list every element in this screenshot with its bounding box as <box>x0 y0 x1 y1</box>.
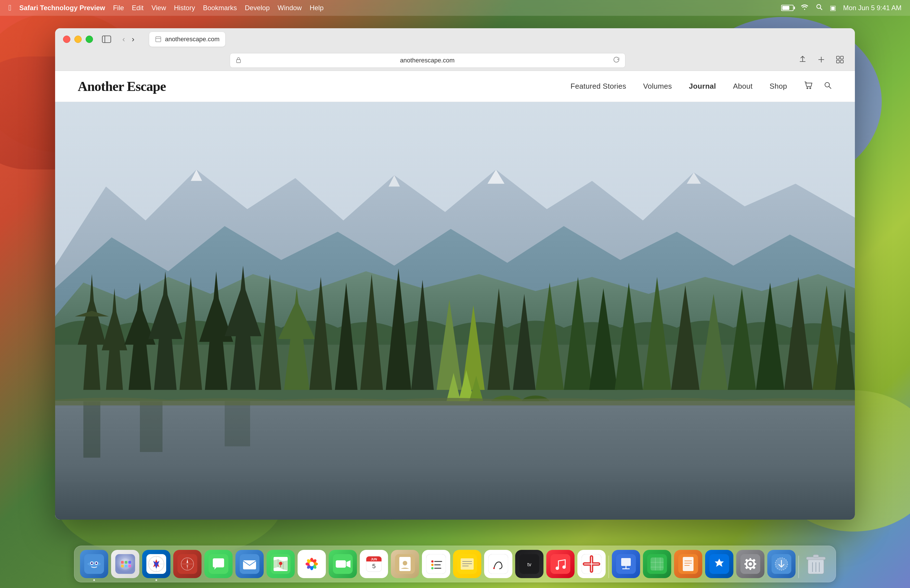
menubar-edit[interactable]: Edit <box>132 4 144 12</box>
svg-rect-165 <box>753 563 756 565</box>
browser-chrome: ‹ › anotherescape.com <box>55 28 855 71</box>
dock-freeform[interactable] <box>484 550 512 578</box>
svg-rect-164 <box>745 563 747 565</box>
svg-rect-2 <box>102 36 111 43</box>
svg-rect-162 <box>750 558 751 561</box>
back-button[interactable]: ‹ <box>120 34 127 45</box>
svg-rect-68 <box>225 401 250 446</box>
dock-system-preferences[interactable] <box>736 550 764 578</box>
nav-about[interactable]: About <box>733 82 753 90</box>
svg-point-140 <box>555 567 559 570</box>
active-tab[interactable]: anotherescape.com <box>149 32 225 47</box>
tab-container: anotherescape.com <box>144 32 847 47</box>
browser-toolbar: anotherescape.com <box>55 50 855 71</box>
tab-overview-button[interactable] <box>834 54 846 68</box>
menubar-file[interactable]: File <box>113 4 124 12</box>
nav-shop[interactable]: Shop <box>769 82 787 90</box>
menubar-help[interactable]: Help <box>310 4 324 12</box>
dock-reminders[interactable] <box>422 550 450 578</box>
sidebar-toggle-button[interactable] <box>100 32 113 46</box>
svg-rect-9 <box>837 56 839 59</box>
battery-fill <box>782 6 789 10</box>
svg-point-75 <box>120 558 131 570</box>
share-button[interactable] <box>797 54 808 68</box>
safari-dot <box>155 579 157 581</box>
cart-button[interactable] <box>804 81 813 92</box>
dock-calendar[interactable]: JUN 5 <box>360 550 388 578</box>
dock-facetime[interactable] <box>329 550 357 578</box>
apple-logo[interactable]:  <box>8 3 11 13</box>
tab-page-icon <box>155 36 162 43</box>
site-navigation: Another Escape Featured Stories Volumes … <box>55 71 855 102</box>
browser-window: ‹ › anotherescape.com <box>55 28 855 520</box>
menubar-view[interactable]: View <box>152 4 166 12</box>
menubar-window[interactable]: Window <box>277 4 301 12</box>
menubar-clock: Mon Jun 5 9:41 AM <box>843 4 902 12</box>
svg-point-122 <box>403 561 407 565</box>
menubar-bookmarks[interactable]: Bookmarks <box>203 4 237 12</box>
dock-maps[interactable] <box>267 550 295 578</box>
dock-launchpad[interactable] <box>111 550 139 578</box>
search-button[interactable] <box>823 81 832 92</box>
dock-contacts[interactable] <box>391 550 419 578</box>
svg-rect-123 <box>426 554 446 574</box>
nav-journal[interactable]: Journal <box>689 82 716 90</box>
svg-point-161 <box>749 562 752 566</box>
dock-notes[interactable] <box>453 550 481 578</box>
new-tab-button[interactable] <box>815 54 827 68</box>
dock-mail[interactable] <box>235 550 264 578</box>
website-content: Another Escape Featured Stories Volumes … <box>55 71 855 520</box>
svg-rect-63 <box>55 430 855 430</box>
forward-button[interactable]: › <box>130 34 136 45</box>
address-bar-container: anotherescape.com <box>230 53 625 68</box>
svg-rect-97 <box>243 561 256 569</box>
svg-rect-78 <box>128 561 131 564</box>
svg-rect-139 <box>551 554 570 574</box>
refresh-button[interactable] <box>613 57 620 65</box>
fullscreen-button[interactable] <box>86 36 93 43</box>
svg-text:JUN: JUN <box>371 557 377 561</box>
control-center-icon[interactable]: ▣ <box>830 4 836 12</box>
battery-indicator <box>781 5 793 11</box>
svg-rect-80 <box>125 565 128 567</box>
dock-instruments[interactable] <box>173 550 201 578</box>
dock-separator <box>609 556 609 578</box>
svg-rect-77 <box>125 561 128 564</box>
dock-trash[interactable] <box>802 550 830 578</box>
search-menubar-icon[interactable] <box>816 3 823 13</box>
address-bar[interactable]: anotherescape.com <box>230 53 625 68</box>
dock-photos[interactable] <box>298 550 326 578</box>
svg-rect-65 <box>55 480 855 481</box>
dock-pages[interactable] <box>674 550 702 578</box>
site-logo[interactable]: Another Escape <box>78 79 166 94</box>
svg-rect-135 <box>488 554 508 574</box>
dock-appstore[interactable] <box>705 550 734 578</box>
dock-keynote[interactable] <box>612 550 640 578</box>
dock-safari[interactable] <box>142 550 170 578</box>
menubar-history[interactable]: History <box>174 4 195 12</box>
dock-numbers[interactable] <box>643 550 671 578</box>
dock-music[interactable] <box>546 550 575 578</box>
dock-appletv[interactable]: tv <box>515 550 544 578</box>
browser-tabs-bar: ‹ › anotherescape.com <box>55 28 855 50</box>
nav-featured-stories[interactable]: Featured Stories <box>571 82 626 90</box>
close-button[interactable] <box>63 36 70 43</box>
dock-news[interactable] <box>577 550 606 578</box>
svg-rect-62 <box>55 407 855 408</box>
svg-point-110 <box>309 562 314 566</box>
hero-landscape-svg <box>55 102 855 520</box>
menubar-develop[interactable]: Develop <box>245 4 270 12</box>
wifi-icon <box>800 4 809 13</box>
nav-volumes[interactable]: Volumes <box>643 82 672 90</box>
svg-point-124 <box>431 561 434 562</box>
svg-point-125 <box>431 564 434 566</box>
minimize-button[interactable] <box>74 36 82 43</box>
dock-downloads[interactable] <box>767 550 795 578</box>
dock-messages[interactable] <box>204 550 233 578</box>
svg-rect-6 <box>236 60 241 63</box>
finder-dot <box>93 579 95 581</box>
menubar-app-name[interactable]: Safari Technology Preview <box>19 4 105 12</box>
address-url: anotherescape.com <box>245 57 610 64</box>
svg-point-72 <box>91 562 93 564</box>
dock-finder[interactable] <box>80 550 108 578</box>
